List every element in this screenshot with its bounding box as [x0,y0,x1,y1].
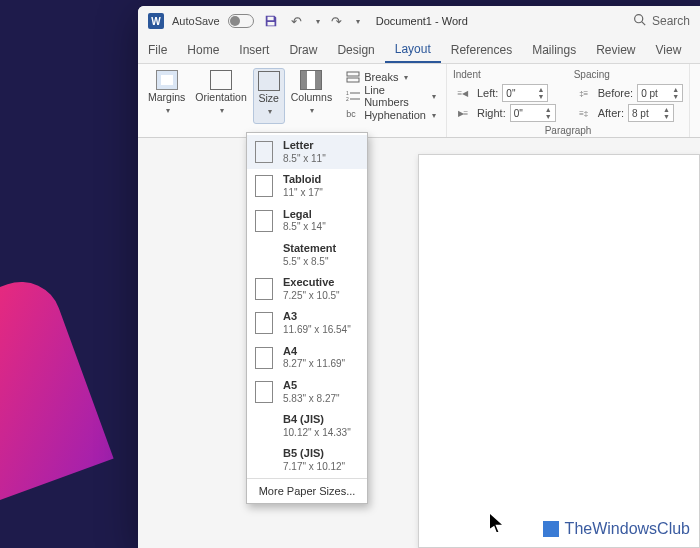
chevron-down-icon: ▾ [166,106,170,115]
indent-right-icon: ▶≡ [453,109,473,118]
more-paper-sizes[interactable]: More Paper Sizes... [247,478,367,503]
tab-mailings[interactable]: Mailings [522,36,586,63]
hyphenation-button[interactable]: bc Hyphenation▾ [342,106,440,124]
svg-text:2: 2 [346,96,349,102]
paper-icon [255,347,273,369]
spacing-after-input[interactable]: 8 pt ▲▼ [628,104,674,122]
paper-size-b4-jis-[interactable]: B4 (JIS)10.12" x 14.33" [247,409,367,443]
line-numbers-button[interactable]: 12 Line Numbers▾ [342,86,440,106]
paper-icon [255,210,273,232]
desktop-wallpaper-accent [0,271,114,507]
tab-references[interactable]: References [441,36,522,63]
paper-icon [255,278,273,300]
paragraph-group-label: Paragraph [453,123,683,140]
indent-left-icon: ≡◀ [453,89,473,98]
watermark-icon [543,521,559,537]
document-title: Document1 - Word [376,15,468,27]
columns-button[interactable]: Columns ▾ [287,68,336,124]
tab-home[interactable]: Home [177,36,229,63]
svg-rect-2 [347,72,359,76]
group-paragraph: Indent ≡◀ Left: 0" ▲▼ ▶≡ Right: 0" [447,64,690,137]
titlebar: W AutoSave ↶ ▾ ↷ ▾ Document1 - Word Sear… [138,6,700,36]
word-window: W AutoSave ↶ ▾ ↷ ▾ Document1 - Word Sear… [138,6,700,548]
orientation-icon [210,70,232,90]
size-button[interactable]: Size ▾ [253,68,285,124]
autosave-label: AutoSave [172,15,220,27]
search-box[interactable]: Search [633,13,690,29]
columns-icon [300,70,322,90]
breaks-icon [346,71,360,83]
spacing-before-input[interactable]: 0 pt ▲▼ [637,84,683,102]
paper-icon [255,381,273,403]
tab-review[interactable]: Review [586,36,645,63]
ribbon-tabs: FileHomeInsertDrawDesignLayoutReferences… [138,36,700,64]
autosave-toggle[interactable] [228,14,254,28]
size-dropdown: Letter8.5" x 11"Tabloid11" x 17"Legal8.5… [246,132,368,504]
line-numbers-icon: 12 [346,90,360,102]
tab-layout[interactable]: Layout [385,36,441,63]
spacing-after-icon: ≡‡ [574,109,594,118]
svg-point-0 [635,15,643,23]
paper-size-a4[interactable]: A48.27" x 11.69" [247,341,367,375]
word-app-icon: W [148,13,164,29]
chevron-down-icon: ▾ [310,106,314,115]
margins-button[interactable]: Margins ▾ [144,68,189,124]
position-button[interactable]: Position ▾ [696,68,700,124]
search-placeholder: Search [652,14,690,28]
paper-size-tabloid[interactable]: Tabloid11" x 17" [247,169,367,203]
paper-size-b5-jis-[interactable]: B5 (JIS)7.17" x 10.12" [247,443,367,477]
group-arrange: Position ▾ Wrap Text [690,64,700,137]
tab-file[interactable]: File [138,36,177,63]
chevron-down-icon: ▾ [220,106,224,115]
margins-icon [156,70,178,90]
undo-dropdown-caret[interactable]: ▾ [316,17,320,26]
document-page[interactable] [418,154,700,548]
tab-insert[interactable]: Insert [229,36,279,63]
undo-icon[interactable]: ↶ [288,12,306,30]
paper-size-executive[interactable]: Executive7.25" x 10.5" [247,272,367,306]
tab-design[interactable]: Design [327,36,384,63]
indent-right-input[interactable]: 0" ▲▼ [510,104,556,122]
svg-line-1 [642,22,645,25]
indent-heading: Indent [453,68,556,83]
qat-customize-caret[interactable]: ▾ [356,17,360,26]
paper-icon [255,175,273,197]
size-icon [258,71,280,91]
watermark: TheWindowsClub [543,520,690,538]
paper-size-legal[interactable]: Legal8.5" x 14" [247,204,367,238]
tab-view[interactable]: View [646,36,692,63]
paper-size-letter[interactable]: Letter8.5" x 11" [247,135,367,169]
paper-size-a5[interactable]: A55.83" x 8.27" [247,375,367,409]
save-icon[interactable] [262,12,280,30]
paper-icon [255,312,273,334]
search-icon [633,13,646,29]
spacing-before-icon: ‡≡ [574,89,594,98]
tab-draw[interactable]: Draw [279,36,327,63]
redo-icon[interactable]: ↷ [328,12,346,30]
indent-left-input[interactable]: 0" ▲▼ [502,84,548,102]
spacing-heading: Spacing [574,68,683,83]
paper-size-statement[interactable]: Statement5.5" x 8.5" [247,238,367,272]
paper-size-a3[interactable]: A311.69" x 16.54" [247,306,367,340]
hyphenation-icon: bc [346,109,360,121]
ribbon: Margins ▾ Orientation ▾ Size ▾ Columns ▾ [138,64,700,138]
group-page-setup: Margins ▾ Orientation ▾ Size ▾ Columns ▾ [138,64,447,137]
document-area [418,154,700,548]
svg-rect-3 [347,78,359,82]
chevron-down-icon: ▾ [268,107,272,116]
paper-icon [255,141,273,163]
tab-developer[interactable]: Developer [691,36,700,63]
orientation-button[interactable]: Orientation ▾ [191,68,250,124]
